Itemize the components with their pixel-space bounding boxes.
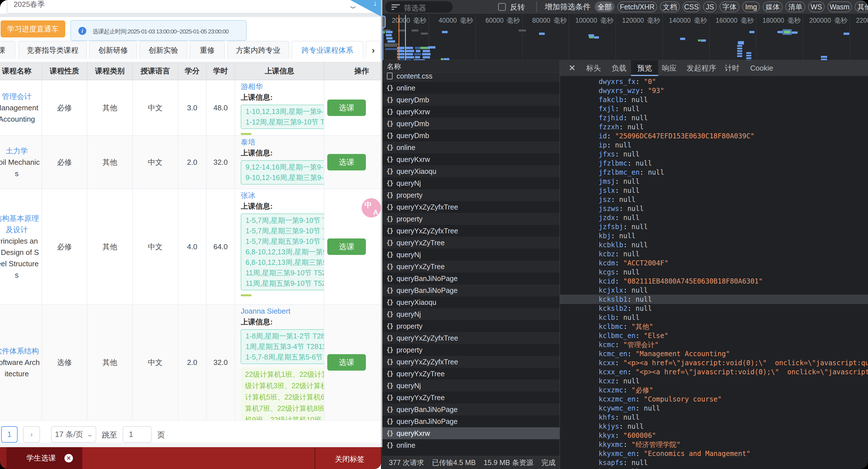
teacher-link[interactable]: 张冰 [241, 191, 324, 200]
tab-课[interactable]: 课 [0, 41, 15, 59]
preview-property[interactable]: kkjys: null [599, 422, 644, 431]
pick-course-button[interactable]: 选课 [327, 238, 366, 255]
term-select[interactable]: 2025春季 ⌄ [7, 0, 375, 13]
detail-tab-发起程序[interactable]: 发起程序 [687, 60, 716, 76]
close-circle-icon[interactable]: ✕ [64, 454, 73, 463]
preview-property[interactable]: jfxs: null [599, 150, 640, 159]
preview-property[interactable]: jmsj: null [599, 177, 640, 186]
detail-tab-标头[interactable]: 标头 [586, 60, 601, 76]
tab-创新实验[interactable]: 创新实验 [140, 41, 187, 59]
translate-fab[interactable]: 中 A [362, 198, 381, 217]
filter-chip-其他[interactable]: 其他 [855, 1, 868, 12]
preview-property[interactable]: kcxzmc_en: "Compulsory course" [599, 395, 722, 404]
request-row[interactable]: {}queryYxZyTree [382, 392, 560, 403]
preview-property[interactable]: kkyxmc: "经济管理学院" [599, 440, 681, 449]
preview-property[interactable]: kcmc: "管理会计" [599, 340, 659, 349]
request-row[interactable]: {}queryYxZyZyfxTree [382, 356, 560, 368]
pick-course-button[interactable]: 选课 [327, 100, 366, 116]
preview-property[interactable]: jfzlbmc_en: null [599, 168, 664, 177]
request-row[interactable]: {}queryKxrw [382, 154, 560, 165]
preview-property[interactable]: ksfs: null [599, 467, 640, 469]
request-row[interactable]: {}queryYxZyTree [382, 368, 560, 380]
preview-property[interactable]: kcxzmc: "必修" [599, 386, 653, 395]
request-row[interactable]: {}queryBanJiNoPage [382, 284, 560, 296]
preview-property[interactable]: kcdm: "ACCT2004F" [599, 259, 669, 268]
preview-property[interactable]: jsz: null [599, 195, 636, 204]
preview-property[interactable]: khfs: null [599, 413, 640, 422]
preview-property[interactable]: fzzxh: null [599, 123, 644, 132]
request-row[interactable]: {}queryBanJiNoPage [382, 403, 560, 415]
preview-property[interactable]: kckslb2: null [599, 304, 652, 313]
page-number-button[interactable]: 1 [1, 426, 18, 443]
progress-button[interactable]: 学习进度直通车 [1, 21, 65, 37]
request-row[interactable]: {}queryYxZyZyfxTree [382, 225, 560, 237]
preview-property[interactable]: ksapfs: null [599, 458, 648, 467]
filter-chip-全部[interactable]: 全部 [595, 1, 615, 12]
preview-property[interactable]: kclbmc_en: "Else" [599, 331, 669, 340]
teacher-link[interactable]: 游相华 [241, 82, 324, 91]
request-row[interactable]: {}queryBanJiNoPage [382, 415, 560, 427]
invert-checkbox[interactable] [498, 3, 506, 11]
request-row[interactable]: {}property [382, 344, 560, 356]
request-row[interactable]: {}queryBanJiNoPage [382, 272, 560, 284]
detail-tab-Cookie[interactable]: Cookie [750, 60, 773, 76]
preview-property[interactable]: kcxx_en: "<p><a href=\"javascript:void(0… [599, 367, 868, 376]
tab-跨专业课程体系[interactable]: 跨专业课程体系 [291, 41, 363, 59]
request-row[interactable]: {}property [382, 320, 560, 332]
filter-chip-JS[interactable]: JS [703, 1, 717, 12]
request-list-header[interactable]: 名称 [382, 60, 560, 73]
filter-input[interactable]: 筛选器 [385, 1, 453, 13]
preview-property[interactable]: kclb: null [599, 313, 640, 322]
request-row[interactable]: {}queryNj [382, 308, 560, 320]
network-overview-timeline[interactable]: 20000 毫秒40000 毫秒60000 毫秒80000 毫秒100000 毫… [382, 14, 868, 60]
preview-property[interactable]: fxjl: null [599, 104, 640, 113]
request-row[interactable]: {}online [382, 439, 560, 451]
preview-property[interactable]: kcbklb: null [599, 240, 648, 249]
request-row[interactable]: {}online [382, 82, 560, 94]
tab-方案内跨专业[interactable]: 方案内跨专业 [227, 41, 289, 59]
filter-chip-Fetch/XHR[interactable]: Fetch/XHR [617, 1, 657, 12]
preview-property[interactable]: kckslb1: null [599, 295, 652, 304]
filter-chip-Img[interactable]: Img [742, 1, 760, 12]
overview-drag-handle[interactable] [382, 15, 386, 28]
pick-course-button[interactable]: 选课 [327, 154, 366, 170]
preview-property[interactable]: ip: null [599, 141, 631, 150]
request-row[interactable]: {}queryNj [382, 177, 560, 189]
filter-chip-字体[interactable]: 字体 [719, 1, 739, 12]
request-row[interactable]: {}queryYxZyTree [382, 261, 560, 272]
preview-property[interactable]: dwyxrs_wzy: "93" [599, 86, 664, 95]
detail-tab-负载[interactable]: 负载 [612, 60, 626, 76]
teacher-link[interactable]: Joanna Siebert [241, 306, 324, 315]
preview-property[interactable]: fzjhid: null [599, 113, 648, 123]
course-name-link[interactable]: 土力学 [0, 145, 39, 157]
preview-property[interactable]: kkyx: "600006" [599, 431, 656, 440]
request-row[interactable]: {}queryKxrw [382, 106, 560, 118]
footer-tab-student-course[interactable]: 学生选课 ✕ [6, 447, 82, 469]
pick-course-button[interactable]: 选课 [327, 354, 366, 371]
preview-property[interactable]: kcmc_en: "Management Accounting" [599, 349, 730, 359]
preview-property[interactable]: dwyxrs_fx: "0" [599, 77, 656, 86]
teacher-link[interactable]: 泰培 [241, 137, 324, 146]
filter-chip-清单[interactable]: 清单 [785, 1, 805, 12]
filter-chip-媒体[interactable]: 媒体 [763, 1, 782, 12]
preview-property[interactable]: id: "25096DC647EFD153E0630C18F80A039C" [599, 132, 754, 141]
close-tab-button[interactable]: 关闭标签 [335, 454, 365, 464]
preview-property[interactable]: jfzlbmc: null [599, 159, 652, 168]
jump-page-input[interactable]: 1 [123, 426, 152, 443]
course-name-link[interactable]: 管理会计 [0, 91, 39, 102]
request-row[interactable]: {}queryDmb [382, 94, 560, 106]
preview-property[interactable]: kbj: null [599, 231, 636, 240]
preview-property[interactable]: kcywmc_en: null [599, 404, 660, 413]
course-name-link[interactable]: 软件体系结构 [0, 345, 39, 357]
preview-property[interactable]: kkyxmc_en: "Economics and Management" [599, 449, 750, 458]
preview-property[interactable]: fakclb: null [599, 95, 648, 104]
request-row[interactable]: {}queryNj [382, 380, 560, 392]
preview-property[interactable]: jslx: null [599, 186, 640, 195]
request-row[interactable]: {}property [382, 213, 560, 225]
request-row[interactable]: {}property [382, 189, 560, 201]
page-size-select[interactable]: 17 条/页⌄ [51, 426, 96, 443]
preview-property[interactable]: jszws: null [599, 204, 644, 213]
preview-property[interactable]: kcgs: null [599, 268, 640, 277]
preview-property[interactable]: jzdx: null [599, 213, 640, 222]
request-row[interactable]: {}queryYxZyTree [382, 237, 560, 249]
